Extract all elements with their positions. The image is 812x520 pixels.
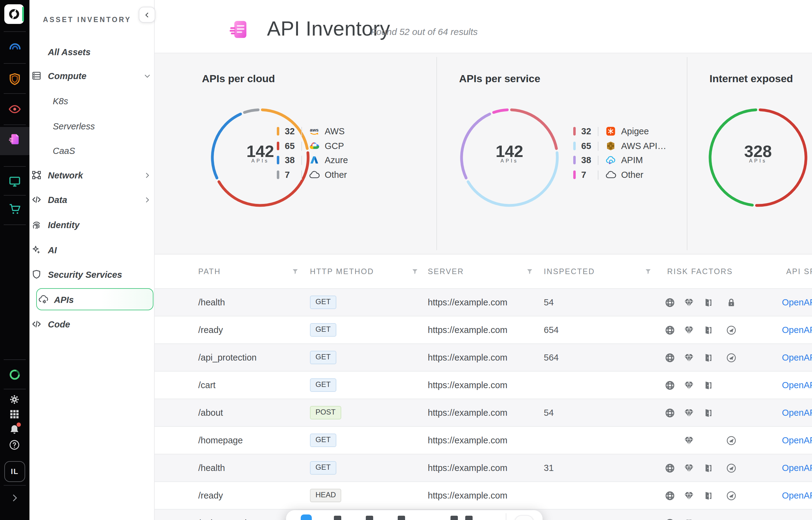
legend-tick <box>573 156 576 164</box>
gem-icon <box>684 463 694 473</box>
cell-path: /health <box>198 289 225 316</box>
table-row[interactable]: /ready GET https://example.com 654 OpenA… <box>155 316 812 343</box>
filter-icon[interactable] <box>411 268 419 275</box>
globe-icon <box>665 518 675 520</box>
ring-logo-icon[interactable] <box>8 368 22 382</box>
eye-icon[interactable] <box>8 102 22 116</box>
table-row[interactable]: /api_protection GET https://example.com … <box>155 343 812 371</box>
legend-item: 38 Azure <box>277 154 348 166</box>
globe-icon <box>665 408 675 418</box>
sidebar-item-serverless[interactable]: Serverless <box>29 120 155 132</box>
toolbar-icon[interactable] <box>334 516 341 520</box>
sidebar-item-label: Data <box>48 194 67 206</box>
selection-icon[interactable] <box>301 515 312 520</box>
donut-center-label: APIs <box>457 158 562 164</box>
sidebar-item-compute[interactable]: Compute <box>29 70 155 82</box>
risk-icon <box>665 435 675 446</box>
globe-icon <box>665 463 675 473</box>
legend-item: 32 AWS <box>277 125 345 137</box>
sidebar-item-k8s[interactable]: K8s <box>29 95 155 107</box>
cell-path: /health <box>198 454 225 482</box>
table-row[interactable]: /ready HEAD https://example.com OpenAPI <box>155 482 812 509</box>
api-spec-link[interactable]: OpenAPI <box>782 344 812 371</box>
legend-label: Other <box>621 170 643 180</box>
legend-label: APIM <box>621 155 643 165</box>
filter-icon[interactable] <box>526 268 533 275</box>
cell-server: https://example.com <box>428 427 508 454</box>
api-spec-link[interactable]: OpenAPI <box>782 482 812 509</box>
door-icon <box>703 380 713 391</box>
spectrum-arc-icon[interactable] <box>8 39 22 53</box>
apps-grid-icon[interactable] <box>8 408 20 420</box>
column-header-path: PATH <box>198 267 221 276</box>
sidebar-item-all-assets[interactable]: All Assets <box>29 46 155 58</box>
api-spec-link[interactable]: OpenAPI <box>782 289 812 316</box>
api-spec-link[interactable]: OpenAPI <box>782 372 812 398</box>
avatar[interactable]: IL <box>4 461 25 482</box>
risk-icon <box>703 518 713 520</box>
toolbar-icon[interactable] <box>366 516 373 520</box>
network-icon <box>31 170 42 180</box>
legend-label: Azure <box>325 155 348 165</box>
sidebar-item-code[interactable]: Code <box>29 318 155 331</box>
table-row[interactable]: /health GET https://example.com 54 OpenA… <box>155 288 812 316</box>
api-cloud-gear-icon <box>38 294 48 305</box>
chevron-down-icon[interactable] <box>144 72 151 80</box>
sidebar-item-data[interactable]: Data <box>29 194 155 206</box>
icon-rail: IL <box>0 0 29 520</box>
code-icon <box>31 319 42 329</box>
table-row[interactable]: /cart GET https://example.com OpenAPI <box>155 371 812 398</box>
cart-icon[interactable] <box>8 202 22 216</box>
api-doc-icon[interactable] <box>8 132 22 146</box>
company-logo[interactable] <box>4 4 24 24</box>
ai-sparkles-icon <box>31 245 42 255</box>
toolbar-icon[interactable] <box>450 516 458 520</box>
sidebar-item-security-services[interactable]: Security Services <box>29 268 155 281</box>
sidebar-item-label: Serverless <box>53 120 95 132</box>
toolbar-icon[interactable] <box>398 516 405 520</box>
sidebar-item-ai[interactable]: AI <box>29 244 155 256</box>
gem-icon <box>684 435 694 446</box>
table-header: PATH HTTP METHOD SERVER INSPECTED RISK F… <box>155 255 812 288</box>
cell-inspected: 564 <box>544 344 559 371</box>
filter-icon[interactable] <box>292 268 299 275</box>
gear-icon[interactable] <box>8 394 20 405</box>
chevron-right-icon[interactable] <box>144 196 151 204</box>
apigee-icon <box>605 126 616 137</box>
toolbar-icon[interactable] <box>465 516 473 520</box>
api-spec-link[interactable]: OpenAPI <box>782 316 812 343</box>
table-row[interactable]: /homepage GET https://example.com OpenAP… <box>155 426 812 454</box>
globe-icon <box>665 491 675 501</box>
globe-icon <box>665 325 675 335</box>
expand-rail-icon[interactable] <box>10 493 20 503</box>
table-row[interactable]: /health GET https://example.com 31 OpenA… <box>155 454 812 482</box>
security-shield-icon <box>31 269 42 280</box>
sidebar-item-apis[interactable]: APIs <box>29 294 155 306</box>
api-spec-link[interactable]: OpenAPI <box>782 399 812 426</box>
chevron-right-icon[interactable] <box>144 172 151 179</box>
toggle-pill[interactable] <box>514 515 534 520</box>
legend-item: 32 Apigee <box>573 125 649 137</box>
monitor-icon[interactable] <box>8 175 22 188</box>
filter-icon[interactable] <box>644 268 652 275</box>
sidebar-item-label: Code <box>48 318 70 331</box>
cell-inspected: 31 <box>544 454 553 482</box>
sidebar-item-caas[interactable]: CaaS <box>29 145 155 157</box>
legend-tick <box>573 142 576 150</box>
cell-path: /cart <box>198 372 216 398</box>
sidebar-item-label: APIs <box>54 294 74 306</box>
cloud-icon <box>309 169 320 180</box>
collapse-sidebar-button[interactable] <box>139 7 155 23</box>
cell-server: https://example.com <box>428 399 508 426</box>
api-spec-link[interactable]: OpenAPI <box>782 454 812 482</box>
api-spec-link[interactable]: OpenAPI <box>782 427 812 454</box>
method-badge: GET <box>310 434 336 447</box>
shield-badge-icon[interactable] <box>8 72 22 86</box>
api-spec-link[interactable]: OpenAPI <box>782 510 812 520</box>
sidebar-item-identity[interactable]: Identity <box>29 219 155 231</box>
sidebar-item-network[interactable]: Network <box>29 169 155 182</box>
help-icon[interactable] <box>8 439 20 451</box>
plane-icon <box>726 435 737 446</box>
donut-center-label: APIs <box>706 158 810 164</box>
table-row[interactable]: /about POST https://example.com 54 OpenA… <box>155 398 812 426</box>
